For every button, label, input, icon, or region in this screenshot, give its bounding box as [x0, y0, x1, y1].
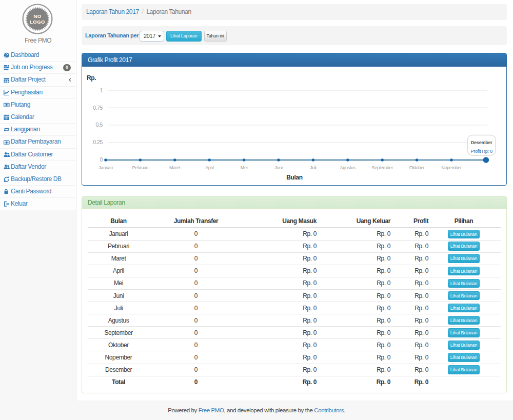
svg-text:Mei: Mei	[241, 165, 248, 170]
svg-text:Maret: Maret	[169, 165, 181, 170]
svg-text:0.5: 0.5	[96, 122, 103, 128]
svg-text:0.75: 0.75	[93, 104, 103, 110]
svg-text:Bulan: Bulan	[286, 173, 302, 181]
svg-text:1: 1	[100, 87, 103, 93]
svg-text:Nopember: Nopember	[441, 165, 462, 170]
svg-text:LOGO: LOGO	[30, 19, 45, 25]
svg-text:Juli: Juli	[310, 165, 317, 170]
svg-text:Profit Rp: 0: Profit Rp: 0	[470, 148, 492, 153]
svg-text:NO: NO	[33, 13, 41, 19]
svg-text:Pebruari: Pebruari	[132, 165, 149, 170]
svg-text:Januari: Januari	[98, 165, 113, 170]
svg-text:Juni: Juni	[274, 165, 283, 170]
svg-text:Rp.: Rp.	[87, 74, 96, 81]
svg-text:Agustus: Agustus	[340, 165, 356, 170]
svg-text:0: 0	[100, 156, 103, 163]
svg-text:Oktober: Oktober	[409, 165, 425, 170]
svg-text:Desember: Desember	[471, 140, 493, 145]
svg-text:April: April	[205, 165, 214, 170]
svg-text:0.25: 0.25	[93, 139, 103, 145]
svg-text:September: September	[372, 165, 393, 170]
